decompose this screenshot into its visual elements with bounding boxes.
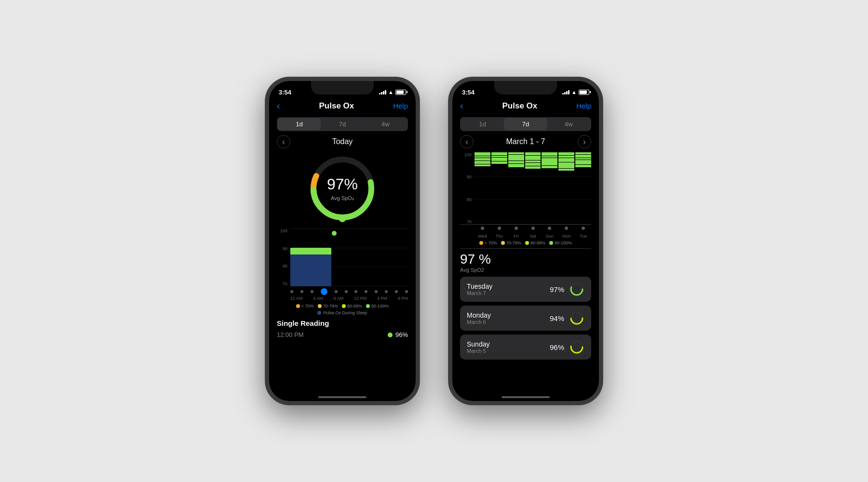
day-card-monday[interactable]: Monday March 6 94% — [460, 306, 591, 331]
gauge-value-1: 97% — [327, 175, 358, 193]
wifi-icon: ▲ — [388, 89, 393, 95]
weekly-dots — [460, 227, 591, 230]
back-button-1[interactable]: ‹ — [277, 100, 280, 111]
segment-control-2: 1d 7d 4w — [460, 117, 591, 131]
legend-label-3: 80-89% — [347, 304, 362, 308]
legend-item-2-3: 80-89% — [525, 241, 545, 245]
label-wed: Wed — [475, 234, 490, 239]
reading-time-1: 12:00 PM — [277, 331, 304, 338]
timeline-1 — [277, 288, 408, 295]
dot-wed — [481, 227, 484, 230]
tab-1d-1[interactable]: 1d — [278, 118, 321, 130]
weekly-day-labels: Wed Thu Fri Sat Sun Mon Tue — [460, 234, 591, 239]
nav-bar-1: ‹ Pulse Ox Help — [269, 98, 416, 115]
gauge-label-1: Avg SpO₂ — [331, 195, 354, 201]
dot-sat — [531, 227, 535, 230]
legend-dot2-4 — [549, 241, 553, 245]
tab-4w-2[interactable]: 4w — [547, 118, 590, 130]
day-col-sat — [525, 152, 541, 224]
mini-gauge-monday — [569, 310, 584, 326]
phone-2: 3:54 ▲ ‹ Pulse O — [448, 77, 603, 405]
timeline-labels-1: 12 AM 4 AM 8 AM 12 PM 4 PM 8 PM — [277, 296, 408, 301]
day-col-sun — [542, 152, 557, 224]
legend-item-2: 70-79% — [318, 304, 338, 308]
day-col-fri — [508, 152, 524, 224]
reading-dot-1 — [388, 333, 393, 337]
legend-dot-yellow — [342, 304, 346, 308]
legend-item-4: 90-100% — [366, 304, 389, 308]
day-name-tuesday: Tuesday — [467, 282, 492, 290]
legend-item-3: 80-89% — [342, 304, 362, 308]
day-col-thu — [491, 152, 507, 224]
legend-dot-green — [366, 304, 370, 308]
legend-dot2-1 — [479, 241, 483, 245]
date-title-2: March 1 - 7 — [506, 137, 545, 146]
tab-4w-1[interactable]: 4w — [364, 118, 407, 130]
reading-row-1: 12:00 PM 96% — [277, 329, 408, 340]
tab-1d-2[interactable]: 1d — [461, 118, 504, 130]
nav-title-2: Pulse Ox — [502, 101, 538, 111]
legend-item-2-2: 70-79% — [501, 241, 521, 245]
label-fri: Fri — [508, 234, 524, 239]
reading-pct-1: 96% — [395, 331, 408, 338]
day-pct-sunday: 96% — [550, 343, 564, 351]
home-indicator-2 — [502, 396, 550, 398]
phone-1: 3:54 ▲ ‹ Pulse O — [265, 77, 420, 405]
legend-item-1: < 70% — [296, 304, 314, 308]
legend-label-2: 70-79% — [323, 304, 338, 308]
signal-icon — [379, 90, 386, 94]
bar-chart-1: 100 90 80 70 — [277, 228, 408, 286]
mini-gauge-tuesday — [569, 281, 584, 297]
reading-value-container: 96% — [388, 331, 408, 338]
label-mon: Mon — [558, 234, 574, 239]
mini-gauge-sunday — [569, 339, 584, 355]
weekly-y-labels: 100 90 80 70 — [460, 152, 473, 224]
stat-value: 97 % — [460, 252, 591, 267]
segment-control-1: 1d 7d 4w — [277, 117, 408, 131]
wifi-icon-2: ▲ — [571, 89, 577, 95]
day-card-sunday[interactable]: Sunday March 5 96% — [460, 335, 591, 360]
battery-icon — [395, 90, 406, 95]
day-col-wed — [475, 152, 490, 224]
y-labels-1: 100 90 80 70 — [277, 228, 288, 286]
weekly-stat: 97 % Avg SpO2 — [460, 252, 591, 273]
weekly-chart: 100 90 80 70 — [460, 152, 591, 225]
dot-thu — [498, 227, 501, 230]
label-thu: Thu — [491, 234, 507, 239]
label-sat: Sat — [525, 234, 541, 239]
help-button-1[interactable]: Help — [393, 102, 408, 110]
content-2: ‹ March 1 - 7 › 100 90 80 70 — [452, 135, 599, 363]
dot-fri — [515, 227, 518, 230]
dot-mon — [565, 227, 568, 230]
day-card-tuesday[interactable]: Tuesday March 7 97% — [460, 277, 591, 302]
label-sun: Sun — [542, 234, 557, 239]
phones-container: 3:54 ▲ ‹ Pulse O — [265, 77, 603, 405]
legend-label-1: < 70% — [301, 304, 314, 308]
content-1: ‹ Today — [269, 135, 416, 340]
tab-7d-1[interactable]: 7d — [321, 118, 364, 130]
date-next-2[interactable]: › — [578, 135, 591, 148]
date-prev-1[interactable]: ‹ — [277, 135, 290, 148]
date-prev-2[interactable]: ‹ — [460, 135, 474, 148]
gauge-container-1: 97% Avg SpO₂ — [277, 152, 408, 225]
sleep-label: Pulse Ox During Sleep — [323, 310, 367, 315]
day-date-sunday: March 5 — [467, 348, 489, 354]
back-button-2[interactable]: ‹ — [460, 100, 463, 111]
signal-icon-2 — [562, 90, 570, 94]
section-title-1: Single Reading — [277, 319, 408, 327]
status-time-2: 3:54 — [462, 89, 475, 96]
tab-7d-2[interactable]: 7d — [504, 118, 547, 130]
label-tue: Tue — [575, 234, 591, 239]
legend-item-2-4: 90-100% — [549, 241, 572, 245]
battery-icon-2 — [579, 90, 589, 95]
gauge-text-1: 97% Avg SpO₂ — [327, 175, 358, 202]
chart-area-1 — [290, 228, 408, 286]
day-pct-tuesday: 97% — [550, 285, 564, 294]
notch — [311, 81, 374, 94]
legend-2: < 70% 70-79% 80-89% 90-100% — [460, 241, 591, 245]
date-title-1: Today — [332, 137, 353, 146]
date-nav-2: ‹ March 1 - 7 › — [460, 135, 591, 148]
help-button-2[interactable]: Help — [576, 102, 591, 110]
status-icons-2: ▲ — [562, 89, 589, 95]
status-time-1: 3:54 — [279, 89, 291, 96]
